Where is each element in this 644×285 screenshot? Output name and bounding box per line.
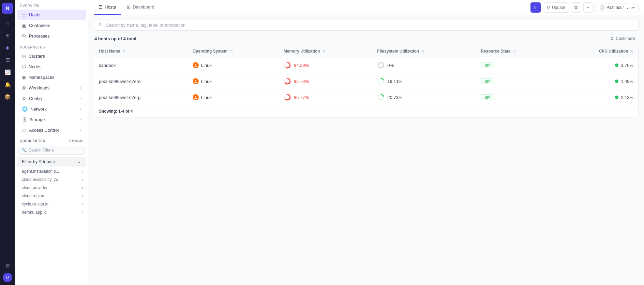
col-resource-state[interactable]: Resource State ⇅	[476, 45, 557, 57]
time-selector-expand-icon: ⇔	[631, 5, 635, 10]
sidebar-item-hosts[interactable]: ☰ Hosts	[17, 10, 86, 20]
list-icon[interactable]: ☰	[2, 55, 13, 66]
overview-section-label: OVERVIEW	[15, 0, 88, 9]
os-sort-icon: ⇅	[230, 49, 233, 53]
col-host-name[interactable]: Host Name ⇅	[94, 45, 188, 57]
chart-icon[interactable]: 📈	[2, 67, 13, 78]
sidebar-item-containers[interactable]: ▣ Containers	[17, 20, 86, 30]
resource-state-cell: UP	[476, 73, 557, 89]
avatar[interactable]: U	[3, 273, 12, 282]
package-icon[interactable]: 📦	[2, 91, 13, 102]
kubernetes-section-label: KUBERNETES	[15, 41, 88, 51]
filter-attr-cycle-cluster[interactable]: cycle.cluster.id ›	[15, 200, 88, 208]
config-chevron-icon: ›	[80, 96, 81, 100]
filter-by-attribute-toggle[interactable]: Filter by Attribute ⌄	[17, 157, 86, 167]
filter-attr-cycle-chevron-icon: ›	[82, 202, 83, 206]
sidebar-item-containers-label: Containers	[29, 23, 50, 28]
time-selector-label: Past hour	[606, 5, 624, 10]
filter-attr-availability-chevron-icon: ›	[82, 177, 83, 182]
cpu-status-dot	[615, 96, 618, 99]
filesystem-cell: 19.11%	[372, 73, 476, 89]
bell-icon[interactable]: 🔔	[2, 79, 13, 90]
sidebar-item-config[interactable]: ⚙ Config ›	[17, 93, 86, 103]
cpu-pct: 2.13%	[621, 95, 633, 100]
memory-donut	[284, 94, 291, 101]
tab-hosts[interactable]: ☰ Hosts	[94, 0, 121, 15]
memory-cell: 84.29%	[279, 57, 373, 73]
home-icon[interactable]: ⌂	[2, 18, 13, 29]
filter-attr-heroku-app[interactable]: heroku.app.id ›	[15, 208, 88, 216]
col-memory[interactable]: Memory Utilization ⇅	[279, 45, 373, 57]
sidebar-item-workloads-label: Workloads	[29, 85, 49, 90]
memory-cell: 92.73%	[279, 73, 373, 89]
clear-all-button[interactable]: Clear All	[69, 139, 83, 143]
cpu-pct: 3.76%	[621, 63, 633, 68]
filter-attr-cycle-label: cycle.cluster.id	[22, 202, 48, 206]
filesystem-cell: 0%	[372, 57, 476, 73]
fs-pct: 0%	[387, 63, 394, 68]
sidebar-item-access-control[interactable]: ▭ Access Control ›	[17, 125, 86, 135]
access-control-icon: ▭	[22, 127, 26, 133]
sidebar-item-clusters[interactable]: ◎ Clusters	[17, 51, 86, 61]
clusters-icon: ◎	[22, 53, 26, 59]
memory-cell: 86.77%	[279, 89, 373, 105]
os-cell: △ Linux	[188, 73, 279, 89]
pause-button[interactable]: ⏸	[530, 2, 541, 13]
sidebar-item-workloads[interactable]: ◎ Workloads ›	[17, 83, 86, 93]
update-label: Update	[552, 5, 565, 10]
sidebar-item-storage[interactable]: 🗄 Storage ›	[17, 114, 86, 125]
sidebar-item-nodes[interactable]: ⬡ Nodes	[17, 61, 86, 72]
customize-button[interactable]: ⚙ Customize	[608, 35, 638, 42]
col-cpu[interactable]: CPU Utilization ⇅	[557, 45, 638, 57]
sidebar-item-namespaces[interactable]: ◉ Namespaces	[17, 72, 86, 82]
tab-dashboard-label: Dashboard	[133, 4, 154, 10]
host-name-cell: sandbox	[94, 57, 188, 73]
filter-attr-cloud-provider[interactable]: cloud.provider ›	[15, 184, 88, 192]
filter-attr-agent-installation[interactable]: agent.installation.ti... ›	[15, 167, 88, 175]
grid-icon[interactable]: ⊞	[2, 30, 13, 41]
update-button[interactable]: ↻ Update	[543, 2, 569, 13]
search-placeholder: Search by name, tag, label or annotation	[106, 23, 185, 28]
filter-by-attribute-chevron-icon: ⌄	[77, 159, 81, 164]
cpu-status-dot	[615, 80, 618, 83]
storage-icon: 🗄	[22, 117, 27, 122]
up-badge: UP	[481, 78, 493, 84]
os-label: Linux	[201, 79, 212, 84]
filter-attr-agent-chevron-icon: ›	[82, 169, 83, 173]
search-bar[interactable]: ↻ Search by name, tag, label or annotati…	[94, 19, 639, 31]
copy-button[interactable]: ⧉	[571, 2, 581, 13]
search-filters-input[interactable]: 🔍 Search Filters	[18, 146, 85, 155]
settings-icon[interactable]: ⚙	[2, 260, 13, 271]
tag-icon[interactable]: ◈	[2, 42, 13, 53]
memory-sort-icon: ⇅	[323, 49, 325, 53]
col-filesystem[interactable]: Filesystem Utilization ⇅	[372, 45, 476, 57]
cpu-cell: 1.49%	[557, 73, 638, 89]
hosts-stats: 4 hosts up of 4 total	[94, 36, 136, 41]
workloads-chevron-icon: ›	[80, 86, 81, 90]
customize-label: Customize	[616, 36, 635, 41]
nodes-icon: ⬡	[22, 64, 26, 69]
filter-attr-region-chevron-icon: ›	[82, 194, 83, 198]
filesystem-sort-icon: ⇅	[421, 49, 424, 53]
collapse-button[interactable]: «	[583, 2, 594, 13]
cpu-pct: 1.49%	[621, 79, 633, 84]
search-filters-placeholder: Search Filters	[29, 148, 54, 153]
filter-attr-heroku-label: heroku.app.id	[22, 210, 47, 215]
os-cell: △ Linux	[188, 89, 279, 105]
os-label: Linux	[201, 95, 212, 100]
filter-attr-cloud-availability[interactable]: cloud.availability_zo... ›	[15, 175, 88, 184]
search-icon: ↻	[99, 22, 103, 28]
app-logo[interactable]: N	[2, 3, 13, 14]
workloads-icon: ◎	[22, 85, 26, 90]
col-os[interactable]: Operating System ⇅	[188, 45, 279, 57]
sidebar-item-network[interactable]: 🌐 Network ›	[17, 104, 86, 114]
os-icon: △	[193, 94, 199, 100]
filter-attr-cloud-region[interactable]: cloud.region ›	[15, 192, 88, 200]
showing-total: 4	[131, 109, 133, 114]
table-row: pool-kri986wef-e7erg △ Linux 86.77% 20.7…	[94, 89, 638, 105]
containers-icon: ▣	[22, 23, 26, 28]
tab-dashboard[interactable]: ⊞ Dashboard	[122, 0, 159, 15]
filter-attr-provider-label: cloud.provider	[22, 185, 47, 190]
time-selector[interactable]: 🕐 Past hour ⌄ ⇔	[596, 3, 639, 12]
sidebar-item-processes[interactable]: ⚙ Processes	[17, 31, 86, 41]
